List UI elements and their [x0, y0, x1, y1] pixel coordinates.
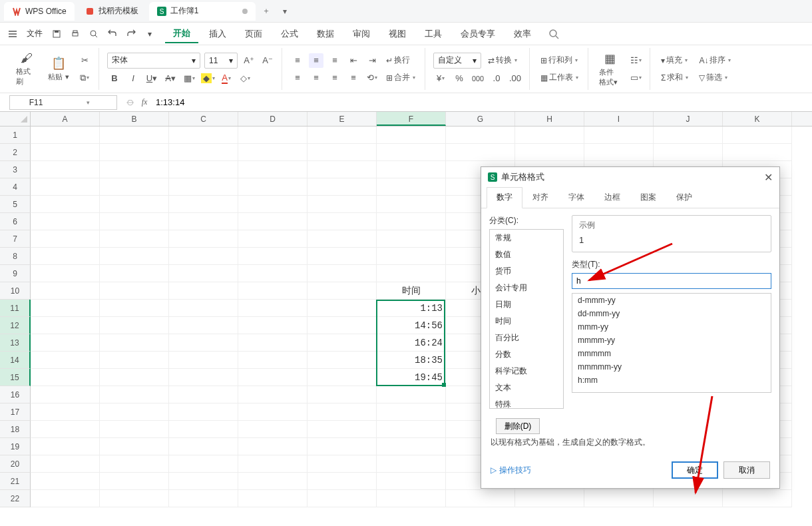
cell[interactable]	[723, 127, 792, 144]
dlg-tab-number[interactable]: 数字	[487, 187, 522, 208]
cell[interactable]	[100, 352, 169, 369]
cancel-button[interactable]: 取消	[723, 461, 770, 479]
row-header[interactable]: 8	[0, 248, 31, 265]
row-header[interactable]: 15	[0, 369, 31, 386]
cell[interactable]	[31, 334, 100, 352]
print-preview-button[interactable]	[85, 25, 102, 43]
cell[interactable]	[377, 455, 446, 473]
align-top-button[interactable]: ≡	[290, 53, 305, 68]
qat-hamburger-button[interactable]	[4, 25, 21, 43]
cell[interactable]	[100, 248, 169, 265]
table-style-button[interactable]: ☷▾	[628, 53, 643, 68]
dlg-tab-border[interactable]: 边框	[594, 187, 630, 208]
cell[interactable]	[307, 178, 377, 196]
cell[interactable]	[31, 161, 100, 178]
cell[interactable]	[31, 421, 100, 438]
cell[interactable]	[100, 127, 169, 144]
menu-page[interactable]: 页面	[237, 25, 270, 43]
cell[interactable]	[377, 127, 446, 144]
redo-button[interactable]	[122, 25, 140, 43]
category-item[interactable]: 特殊	[490, 396, 563, 409]
col-header-G[interactable]: G	[446, 112, 515, 126]
new-tab-button[interactable]: ＋	[258, 3, 274, 19]
cell[interactable]	[100, 213, 169, 230]
row-header[interactable]: 16	[0, 386, 31, 403]
menu-view[interactable]: 视图	[381, 25, 414, 43]
cell[interactable]: 19:45	[377, 369, 446, 386]
col-header-H[interactable]: H	[515, 112, 584, 126]
fill-button[interactable]: ▾ 填充▾	[658, 53, 691, 68]
cell[interactable]	[31, 386, 100, 403]
cell[interactable]	[169, 455, 238, 473]
col-header-E[interactable]: E	[307, 112, 377, 126]
cell[interactable]	[307, 317, 377, 334]
cell[interactable]: 18:35	[377, 352, 446, 369]
cell[interactable]	[169, 127, 238, 144]
cell[interactable]	[307, 421, 377, 438]
cell[interactable]	[238, 248, 307, 265]
percent-button[interactable]: %	[452, 71, 467, 86]
cell[interactable]	[307, 403, 377, 421]
cell[interactable]	[307, 196, 377, 213]
cell[interactable]	[169, 144, 238, 161]
increase-font-button[interactable]: A⁺	[242, 53, 256, 68]
format-painter-button[interactable]: 🖌 格式刷	[13, 50, 40, 88]
col-header-K[interactable]: K	[723, 112, 792, 126]
cell[interactable]	[100, 334, 169, 352]
tab-brand[interactable]: WPS Office	[4, 2, 75, 21]
category-item[interactable]: 时间	[490, 313, 563, 330]
cell[interactable]	[31, 490, 100, 507]
fx-cancel-button[interactable]: ⦵	[122, 98, 137, 107]
cell[interactable]	[169, 352, 238, 369]
cell[interactable]	[238, 196, 307, 213]
cell[interactable]	[31, 473, 100, 490]
cell[interactable]	[100, 455, 169, 473]
cell[interactable]	[307, 455, 377, 473]
cell[interactable]	[169, 421, 238, 438]
format-item[interactable]: mmmmm-yy	[572, 360, 771, 374]
cell[interactable]	[31, 352, 100, 369]
row-header[interactable]: 13	[0, 334, 31, 352]
orientation-button[interactable]: ⟲▾	[365, 71, 379, 85]
menu-efficiency[interactable]: 效率	[506, 25, 539, 43]
cell[interactable]	[100, 386, 169, 403]
cell[interactable]	[100, 403, 169, 421]
cell[interactable]	[169, 490, 238, 507]
dlg-tab-align[interactable]: 对齐	[522, 187, 558, 208]
cell[interactable]	[446, 144, 515, 161]
cell[interactable]	[238, 144, 307, 161]
cell[interactable]	[31, 178, 100, 196]
cell[interactable]	[307, 386, 377, 403]
cell[interactable]: 14:56	[377, 317, 446, 334]
cell[interactable]	[377, 213, 446, 230]
cell[interactable]	[238, 490, 307, 507]
cell[interactable]	[31, 196, 100, 213]
format-item[interactable]: dd-mmm-yy	[572, 307, 771, 320]
comma-button[interactable]: 000	[471, 71, 485, 86]
cell[interactable]	[238, 403, 307, 421]
cell[interactable]	[169, 230, 238, 248]
paste-button[interactable]: 📋 粘贴 ▾	[45, 55, 72, 83]
cell[interactable]	[31, 438, 100, 455]
cell[interactable]	[307, 144, 377, 161]
cell[interactable]	[100, 300, 169, 317]
row-header[interactable]: 10	[0, 282, 31, 300]
align-middle-button[interactable]: ≡	[309, 53, 323, 68]
category-item[interactable]: 货币	[490, 263, 563, 280]
col-header-I[interactable]: I	[584, 112, 654, 126]
cell[interactable]	[238, 265, 307, 282]
cell[interactable]	[169, 386, 238, 403]
cell[interactable]	[377, 421, 446, 438]
cell[interactable]	[31, 213, 100, 230]
cell[interactable]	[377, 144, 446, 161]
cell[interactable]	[31, 144, 100, 161]
cell[interactable]	[169, 317, 238, 334]
undo-button[interactable]	[104, 25, 121, 43]
cell[interactable]	[100, 438, 169, 455]
cell[interactable]	[238, 230, 307, 248]
row-header[interactable]: 6	[0, 213, 31, 230]
cell[interactable]	[31, 300, 100, 317]
col-header-J[interactable]: J	[654, 112, 723, 126]
cell[interactable]	[169, 161, 238, 178]
dialog-close-button[interactable]: ✕	[764, 171, 773, 184]
